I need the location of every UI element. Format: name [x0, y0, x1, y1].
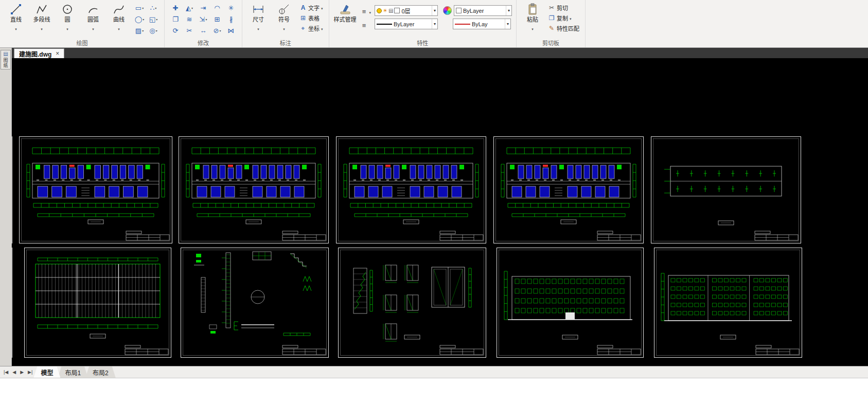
command-area[interactable] [0, 378, 868, 403]
tool-offset-button[interactable]: ≋ [183, 14, 196, 25]
chevron-down-icon[interactable] [321, 5, 323, 11]
layout-tab-layout1[interactable]: 布局1 [58, 366, 88, 378]
layer-dropdown[interactable]: ☀▤ 0层 [375, 5, 438, 16]
sheet-floor-plan-3[interactable] [336, 136, 486, 243]
tool-join-button[interactable]: ⋈ [224, 25, 238, 36]
chevron-down-icon[interactable]: ▾ [143, 17, 144, 21]
swatch-icon[interactable] [394, 8, 400, 13]
offset-icon: ≋ [187, 15, 192, 23]
tool-rectangle-button[interactable]: ▭▾ [133, 3, 146, 13]
sheet-elevation-1[interactable] [497, 248, 644, 358]
tool-table-button[interactable]: 表格 [298, 13, 325, 23]
cut-button[interactable]: 剪切 [546, 3, 581, 12]
fillet-icon: ◠ [214, 4, 220, 12]
scale-icon: ⇲ [200, 15, 205, 23]
chevron-down-icon[interactable]: ▾ [155, 6, 156, 10]
sheet-floor-plan-1[interactable] [19, 136, 172, 243]
layout-nav-first-button[interactable]: |◀ [2, 369, 10, 375]
tool-scale-button[interactable]: ⇲▾ [197, 14, 210, 25]
layout-nav-previous-button[interactable]: ◀ [11, 369, 17, 375]
tool-polyline-button[interactable]: 多段线 [30, 1, 54, 32]
printer-icon[interactable]: ▤ [388, 8, 393, 13]
partial-sheet-edge [12, 248, 13, 358]
match-properties-button[interactable]: 特性匹配 [546, 24, 581, 33]
tool-rotate-button[interactable]: ⟳ [169, 25, 182, 36]
layout-nav-last-button[interactable]: ▶| [26, 369, 34, 375]
tool-line-button[interactable]: 直线 [4, 1, 28, 32]
chevron-down-icon[interactable] [118, 23, 120, 32]
tool-coordinate-button[interactable]: 坐标 [298, 24, 325, 33]
tool-stretch-button[interactable]: ↔ [197, 25, 210, 36]
linetype-list-button[interactable] [359, 21, 373, 30]
tool-move-button[interactable]: ✚ [169, 3, 182, 13]
annotation-list-button[interactable] [359, 7, 373, 16]
chevron-down-icon[interactable]: ▾ [142, 29, 144, 32]
sheet-roof-framing-plan[interactable] [24, 248, 171, 358]
chevron-down-icon[interactable]: ▾ [219, 29, 221, 32]
tool-array-button[interactable]: ⊞ [210, 14, 224, 25]
chevron-down-icon[interactable] [321, 25, 323, 31]
tool-circle-button[interactable]: 圆 [56, 1, 79, 32]
sheet-floor-plan-2[interactable] [179, 136, 329, 243]
chevron-down-icon[interactable] [257, 23, 259, 32]
dropdown-arrow-icon[interactable] [506, 6, 511, 15]
tool-hatch-button[interactable]: ▨▾ [133, 25, 146, 36]
chevron-down-icon[interactable] [283, 23, 285, 32]
layout-nav-next-button[interactable]: ▶ [19, 369, 25, 375]
chevron-down-icon[interactable]: ▾ [156, 17, 157, 21]
chevron-down-icon[interactable]: ▾ [191, 6, 193, 10]
chevron-down-icon[interactable] [66, 23, 68, 32]
color-dropdown[interactable]: ByLayer [454, 5, 512, 16]
tool-break-button[interactable]: ∦ [224, 14, 238, 25]
chevron-down-icon[interactable] [570, 15, 572, 21]
paste-button[interactable]: 粘贴 [521, 1, 544, 32]
sheet-roof-plan[interactable] [651, 136, 801, 243]
tool-symbol-button[interactable]: 符号 [272, 1, 296, 32]
tool-text-button[interactable]: 文字 [298, 3, 325, 12]
file-tab-close-icon[interactable]: × [56, 50, 59, 57]
layout-tab-model[interactable]: 模型 [33, 366, 60, 378]
tool-donut-button[interactable]: ◎▾ [147, 25, 160, 36]
tool-point-button[interactable]: ∴▾ [147, 3, 160, 13]
file-tab[interactable]: 建施图.dwg × [14, 48, 64, 58]
tool-spline-button[interactable]: 曲线 [107, 1, 131, 32]
lineweight-dropdown[interactable]: ByLay [453, 19, 511, 29]
tool-erase-button[interactable]: ⊘▾ [210, 25, 224, 36]
tool-trim-button[interactable]: ✂ [183, 25, 196, 36]
sheet-wall-details[interactable] [181, 248, 329, 358]
chevron-down-icon[interactable]: ▾ [142, 6, 144, 10]
dropdown-arrow-icon[interactable] [432, 6, 437, 15]
chevron-down-icon[interactable]: ▾ [205, 17, 207, 21]
sheet-set-palette-button[interactable]: ▤ 图纸 [1, 50, 11, 69]
color-wheel-icon[interactable] [443, 6, 452, 15]
chevron-down-icon[interactable] [369, 9, 371, 15]
tool-explode-button[interactable]: ✳ [224, 3, 238, 13]
layout-tab-layout2[interactable]: 布局2 [85, 366, 116, 378]
dropdown-arrow-icon[interactable] [432, 19, 437, 29]
tool-extend-button[interactable]: ⇥ [197, 3, 210, 13]
dropdown-arrow-icon[interactable] [505, 19, 510, 29]
tool-ellipse-button[interactable]: ◯▾ [133, 14, 146, 25]
chevron-down-icon[interactable] [92, 23, 94, 32]
tool-dimension-button[interactable]: 尺寸 [246, 1, 270, 32]
sheet-elevation-2[interactable] [654, 248, 802, 358]
tool-region-button[interactable]: ◱▾ [147, 14, 160, 25]
chevron-down-icon[interactable] [15, 23, 17, 32]
tool-polyline-label: 多段线 [33, 16, 50, 23]
bulb-icon[interactable] [377, 8, 382, 13]
chevron-down-icon[interactable]: ▾ [156, 29, 157, 32]
linetype-dropdown[interactable]: ByLayer [375, 19, 438, 29]
copy-button[interactable]: 复制 [546, 13, 581, 23]
tool-copy-button[interactable]: ❐ [169, 14, 182, 25]
sheet-door-stair-details[interactable] [338, 248, 486, 358]
style-manager-button[interactable]: 样式管理 [333, 1, 357, 23]
sun-icon[interactable]: ☀ [383, 8, 387, 13]
tool-fillet-button[interactable]: ◠ [210, 3, 224, 13]
tool-dimension-label: 尺寸 [253, 16, 264, 23]
chevron-down-icon[interactable] [532, 23, 534, 32]
tool-arc-button[interactable]: 圆弧 [81, 1, 105, 32]
drawing-canvas[interactable] [12, 58, 868, 366]
sheet-floor-plan-4[interactable] [493, 136, 644, 243]
tool-mirror-button[interactable]: ◭▾ [183, 3, 196, 13]
chevron-down-icon[interactable] [41, 23, 43, 32]
